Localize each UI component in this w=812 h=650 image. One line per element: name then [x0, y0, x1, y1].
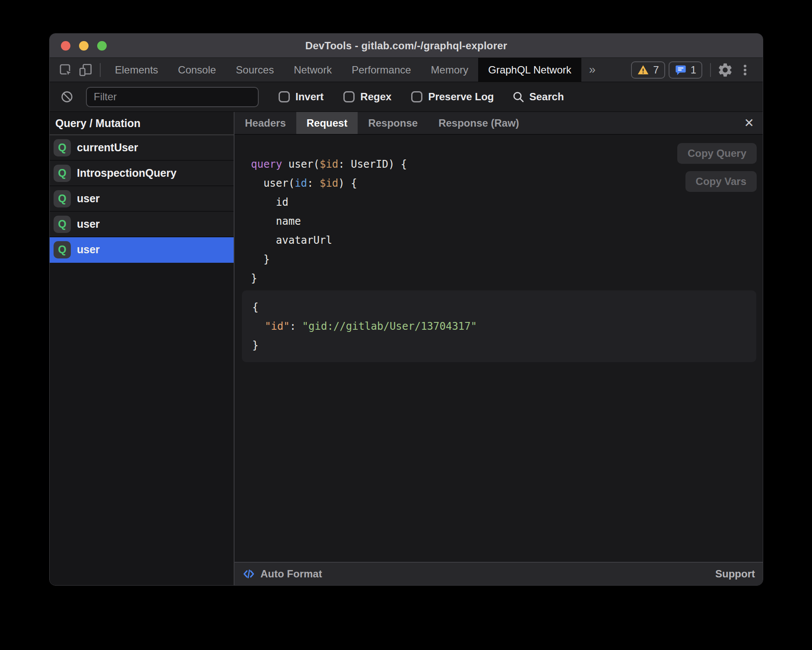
detail-panel: Headers Request Response Response (Raw) … — [235, 112, 763, 585]
auto-format-button[interactable]: Auto Format — [242, 567, 322, 580]
device-toolbar-button[interactable] — [76, 60, 95, 80]
query-type-badge: Q — [54, 165, 71, 182]
window-title: DevTools - gitlab.com/-/graphql-explorer — [305, 40, 508, 52]
code-token: : — [290, 320, 302, 332]
tab-response[interactable]: Response — [358, 112, 428, 134]
search-control[interactable]: Search — [512, 90, 564, 103]
more-tabs-button[interactable]: » — [581, 63, 603, 76]
zoom-window-button[interactable] — [97, 41, 107, 51]
graphql-query-code: query user($id: UserID) { user(id: $id) … — [251, 155, 756, 288]
tab-response-raw[interactable]: Response (Raw) — [428, 112, 530, 134]
list-item-user-3-selected[interactable]: Q user — [50, 237, 234, 263]
search-icon — [512, 90, 525, 103]
request-content: Copy Query Copy Vars query user($id: Use… — [235, 135, 763, 562]
code-line: avatarUrl — [251, 231, 756, 250]
tab-sources[interactable]: Sources — [226, 58, 284, 82]
code-token: } — [251, 253, 270, 265]
tab-memory[interactable]: Memory — [421, 58, 479, 82]
message-bubble-icon — [675, 64, 687, 76]
copy-query-button[interactable]: Copy Query — [677, 143, 757, 164]
list-item-label: user — [77, 243, 100, 256]
code-token: { — [252, 301, 258, 313]
query-type-badge: Q — [54, 190, 71, 207]
regex-label: Regex — [360, 91, 391, 103]
issues-badge[interactable]: 1 — [669, 61, 702, 79]
settings-gear-button[interactable] — [715, 60, 735, 80]
tab-performance[interactable]: Performance — [342, 58, 421, 82]
search-label: Search — [529, 91, 564, 103]
code-token: user( — [282, 158, 320, 170]
devtools-window: DevTools - gitlab.com/-/graphql-explorer… — [49, 33, 763, 586]
code-token: query — [251, 158, 282, 170]
code-brackets-icon — [242, 567, 255, 580]
close-detail-button[interactable]: ✕ — [744, 117, 754, 129]
code-token: name — [251, 215, 301, 227]
tab-graphql-network[interactable]: GraphQL Network — [478, 58, 581, 82]
code-token: $id — [320, 177, 338, 189]
preserve-log-checkbox-group[interactable]: Preserve Log — [411, 91, 494, 103]
code-token: avatarUrl — [251, 234, 332, 246]
preserve-log-checkbox[interactable] — [411, 91, 422, 102]
query-list-header: Query / Mutation — [50, 112, 234, 135]
code-token: $id — [320, 158, 338, 170]
warning-icon — [637, 64, 649, 76]
code-line: "id": "gid://gitlab/User/13704317" — [252, 317, 746, 336]
toolbar-divider-right — [710, 63, 711, 77]
support-link[interactable]: Support — [715, 568, 755, 580]
block-clear-icon[interactable] — [60, 90, 74, 104]
code-line: id — [251, 193, 756, 212]
detail-tabs: Headers Request Response Response (Raw) … — [235, 112, 763, 135]
kebab-menu-icon — [738, 63, 752, 77]
code-token: "gid://gitlab/User/13704317" — [302, 320, 477, 332]
filter-input[interactable] — [86, 87, 259, 107]
invert-checkbox-group[interactable]: Invert — [279, 91, 324, 103]
regex-checkbox[interactable] — [343, 91, 355, 102]
query-type-badge: Q — [54, 216, 71, 233]
toolbar-right: 7 1 — [631, 60, 763, 80]
traffic-lights — [61, 34, 107, 57]
devtools-toolbar: Elements Console Sources Network Perform… — [50, 58, 763, 82]
code-token: "id" — [265, 320, 290, 332]
code-token: ) { — [338, 177, 357, 189]
code-token: : UserID) { — [338, 158, 407, 170]
list-item-user-2[interactable]: Q user — [50, 212, 234, 237]
invert-checkbox[interactable] — [279, 91, 290, 102]
query-list-panel: Query / Mutation Q currentUser Q Introsp… — [50, 112, 235, 585]
inspect-icon — [58, 62, 73, 78]
code-line: { — [252, 298, 746, 317]
variables-box: { "id": "gid://gitlab/User/13704317"} — [242, 290, 756, 362]
auto-format-label: Auto Format — [260, 568, 322, 580]
filter-bar: Invert Regex Preserve Log Search — [50, 82, 763, 112]
code-token: : — [307, 177, 320, 189]
list-item-currentuser[interactable]: Q currentUser — [50, 135, 234, 161]
gear-icon — [717, 62, 733, 78]
main-area: Query / Mutation Q currentUser Q Introsp… — [50, 112, 763, 585]
kebab-menu-button[interactable] — [735, 60, 755, 80]
warnings-badge[interactable]: 7 — [631, 61, 665, 79]
variables-json-code: { "id": "gid://gitlab/User/13704317"} — [252, 298, 746, 355]
regex-checkbox-group[interactable]: Regex — [343, 91, 391, 103]
close-window-button[interactable] — [61, 41, 70, 51]
preserve-log-label: Preserve Log — [428, 91, 494, 103]
code-token: id — [295, 177, 307, 189]
query-type-badge: Q — [54, 241, 71, 258]
titlebar: DevTools - gitlab.com/-/graphql-explorer — [50, 34, 763, 58]
code-token: id — [251, 196, 289, 208]
tab-headers[interactable]: Headers — [235, 112, 296, 134]
tab-console[interactable]: Console — [168, 58, 226, 82]
device-toolbar-icon — [78, 62, 93, 78]
code-line: } — [252, 336, 746, 355]
list-item-introspectionquery[interactable]: Q IntrospectionQuery — [50, 161, 234, 186]
tab-request[interactable]: Request — [296, 112, 358, 134]
message-count: 1 — [691, 64, 696, 76]
copy-vars-button[interactable]: Copy Vars — [685, 171, 757, 192]
code-token: } — [251, 272, 257, 284]
tab-elements[interactable]: Elements — [105, 58, 168, 82]
code-line: } — [251, 250, 756, 269]
list-item-user-1[interactable]: Q user — [50, 186, 234, 212]
list-item-label: user — [77, 218, 100, 230]
tab-network[interactable]: Network — [284, 58, 342, 82]
inspect-element-button[interactable] — [56, 60, 76, 80]
invert-label: Invert — [295, 91, 324, 103]
minimize-window-button[interactable] — [79, 41, 89, 51]
